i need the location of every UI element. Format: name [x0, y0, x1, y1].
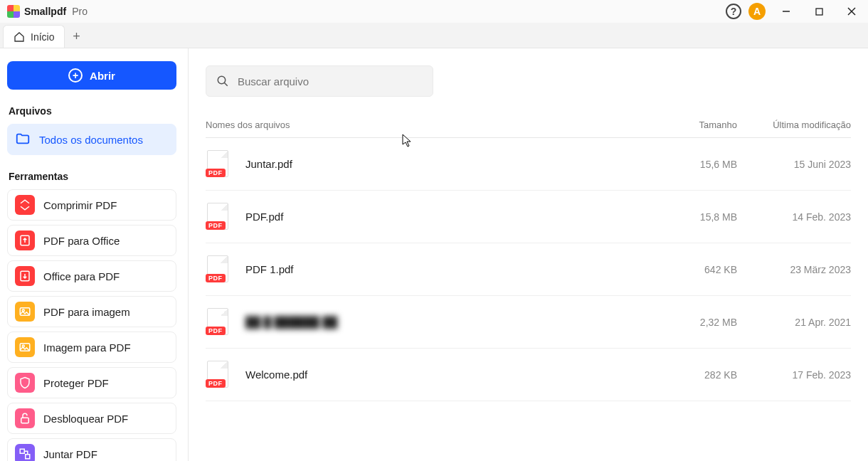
tab-home[interactable]: Início — [3, 25, 65, 48]
column-header-size[interactable]: Tamanho — [645, 120, 737, 130]
sidebar-tool-item[interactable]: PDF para Office — [7, 225, 176, 256]
svg-rect-12 — [26, 455, 30, 459]
new-tab-button[interactable]: + — [65, 25, 88, 48]
sidebar-item-label: PDF para imagem — [43, 306, 130, 318]
file-name: ██ █ ██████ ██ — [245, 316, 645, 328]
window-minimize-button[interactable] — [770, 0, 803, 23]
pdf-file-icon: PDF — [206, 255, 230, 284]
tab-home-label: Início — [31, 31, 54, 43]
sidebar-tool-item[interactable]: Juntar PDF — [7, 438, 176, 461]
app-logo: Smallpdf Pro — [7, 5, 88, 18]
help-button[interactable]: ? — [726, 4, 741, 19]
sidebar-section-files: Arquivos — [9, 105, 179, 117]
file-size: 15,6 MB — [645, 159, 737, 170]
main-content: Nomes dos arquivos Tamanho Última modifi… — [189, 48, 868, 461]
file-size: 15,8 MB — [645, 211, 737, 223]
plus-circle-icon: + — [68, 68, 83, 83]
sidebar-item-label: PDF para Office — [43, 235, 120, 247]
titlebar: Smallpdf Pro ? A — [0, 0, 868, 23]
file-modified: 14 Feb. 2023 — [737, 211, 851, 223]
sidebar-section-tools: Ferramentas — [9, 171, 179, 182]
svg-rect-11 — [20, 449, 24, 453]
file-modified: 21 Apr. 2021 — [737, 317, 851, 328]
file-name: PDF.pdf — [245, 211, 645, 223]
sidebar-item-label: Imagem para PDF — [43, 341, 131, 354]
file-modified: 15 Juni 2023 — [737, 159, 851, 170]
file-size: 2,32 MB — [645, 317, 737, 328]
tool-icon — [15, 408, 35, 428]
home-icon — [14, 31, 25, 43]
sidebar-item-label: Desbloquear PDF — [43, 413, 128, 425]
file-size: 642 KB — [645, 264, 737, 275]
sidebar-tool-item[interactable]: Desbloquear PDF — [7, 403, 176, 434]
folder-icon — [15, 131, 31, 149]
avatar[interactable]: A — [748, 3, 766, 20]
tool-icon — [15, 231, 35, 250]
open-button-label: Abrir — [90, 70, 115, 82]
sidebar-tool-item[interactable]: Comprimir PDF — [7, 189, 176, 221]
sidebar: + Abrir Arquivos Todos os documentos Fer… — [0, 48, 189, 461]
sidebar-item-label: Comprimir PDF — [43, 199, 117, 211]
sidebar-item-label: Todos os documentos — [39, 134, 143, 146]
file-modified: 23 März 2023 — [737, 264, 851, 275]
app-edition: Pro — [72, 6, 88, 17]
sidebar-tool-item[interactable]: Proteger PDF — [7, 367, 176, 398]
svg-line-14 — [224, 83, 227, 85]
search-input[interactable] — [238, 75, 423, 88]
sidebar-tool-item[interactable]: Office para PDF — [7, 260, 176, 292]
file-name: Juntar.pdf — [245, 158, 645, 170]
open-button[interactable]: + Abrir — [7, 61, 176, 90]
file-size: 282 KB — [645, 369, 737, 381]
sidebar-item-all-documents[interactable]: Todos os documentos — [7, 124, 176, 155]
window-close-button[interactable] — [835, 0, 868, 23]
sidebar-item-label: Proteger PDF — [43, 377, 109, 389]
table-row[interactable]: PDF Juntar.pdf 15,6 MB 15 Juni 2023 — [206, 138, 851, 191]
tool-icon — [15, 266, 35, 286]
svg-point-13 — [218, 76, 225, 83]
table-row[interactable]: PDF Welcome.pdf 282 KB 17 Feb. 2023 — [206, 349, 851, 401]
pdf-file-icon: PDF — [206, 308, 230, 337]
column-header-modified[interactable]: Última modificação — [737, 120, 851, 130]
table-row[interactable]: PDF ██ █ ██████ ██ 2,32 MB 21 Apr. 2021 — [206, 296, 851, 349]
file-name: PDF 1.pdf — [245, 263, 645, 275]
sidebar-item-label: Office para PDF — [43, 270, 120, 282]
pdf-file-icon: PDF — [206, 203, 230, 231]
tool-icon — [15, 373, 35, 393]
sidebar-item-label: Juntar PDF — [43, 448, 97, 460]
file-name: Welcome.pdf — [245, 369, 645, 381]
tool-icon — [15, 337, 35, 357]
window-maximize-button[interactable] — [803, 0, 835, 23]
search-box[interactable] — [206, 65, 433, 97]
svg-rect-10 — [21, 418, 29, 423]
tool-icon — [15, 195, 35, 215]
svg-rect-1 — [816, 9, 822, 15]
tool-icon — [15, 302, 35, 322]
tabbar: Início + — [0, 23, 868, 48]
file-modified: 17 Feb. 2023 — [737, 369, 851, 381]
sidebar-tool-item[interactable]: Imagem para PDF — [7, 332, 176, 363]
sidebar-tool-item[interactable]: PDF para imagem — [7, 296, 176, 327]
pdf-file-icon: PDF — [206, 150, 230, 179]
column-header-name[interactable]: Nomes dos arquivos — [206, 120, 645, 130]
logo-mark-icon — [7, 5, 20, 18]
search-icon — [216, 74, 229, 88]
table-row[interactable]: PDF PDF.pdf 15,8 MB 14 Feb. 2023 — [206, 191, 851, 243]
tool-icon — [15, 444, 35, 461]
table-row[interactable]: PDF PDF 1.pdf 642 KB 23 März 2023 — [206, 243, 851, 296]
pdf-file-icon: PDF — [206, 361, 230, 389]
app-name: Smallpdf — [24, 6, 66, 17]
table-header: Nomes dos arquivos Tamanho Última modifi… — [206, 120, 851, 138]
